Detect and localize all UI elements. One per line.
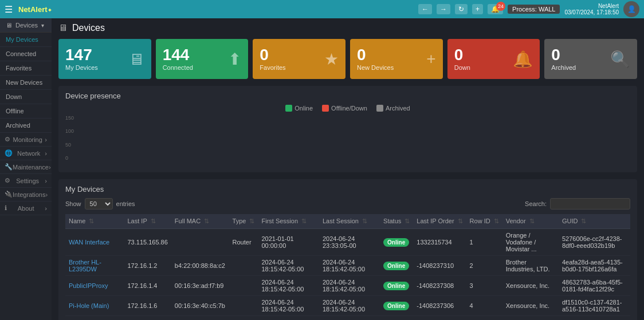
devices-section-header[interactable]: 🖥 Devices ▾ (0, 18, 52, 33)
table-cell: -1408237306 (413, 296, 466, 316)
chart-section: Device presence Online Offline/Down Arch… (58, 86, 637, 172)
col-row-id[interactable]: Row ID ⇅ (466, 214, 502, 229)
table-cell: 2024-06-24 18:15:42-05:00 (258, 296, 319, 316)
my-devices-icon: 🖥 (128, 50, 144, 69)
refresh-button[interactable]: ↻ (455, 4, 468, 14)
sidebar-item-connected[interactable]: Connected (0, 47, 52, 61)
sidebar-group-monitoring[interactable]: ⚙ Monitoring › (0, 133, 52, 147)
page-title: Devices (72, 23, 105, 33)
sidebar-group-monitoring-label: Monitoring (13, 136, 42, 143)
table-cell: 9bc1ede-2547-4a6a-8532-fe18da70f8f5 (559, 316, 630, 321)
favorites-icon: ★ (324, 50, 339, 69)
sidebar-group-integrations[interactable]: 🔌 Integrations › (0, 188, 52, 202)
table-cell: Router (229, 229, 258, 256)
archived-label: Archived (551, 64, 576, 71)
sidebar-item-new-devices[interactable]: New Devices (0, 76, 52, 90)
sort-name-icon: ⇅ (89, 218, 94, 224)
chevron-right-icon-4: › (45, 177, 47, 184)
col-status[interactable]: Status ⇅ (380, 214, 413, 229)
col-last-session[interactable]: Last Session ⇅ (319, 214, 380, 229)
favorites-label: Favorites (260, 64, 285, 71)
stat-card-favorites[interactable]: 0 Favorites ★ (253, 39, 345, 79)
hamburger-icon[interactable]: ☰ (5, 4, 13, 15)
favorites-count: 0 (260, 47, 285, 63)
chevron-right-icon-6: › (45, 205, 47, 212)
sidebar-group-about-label: About (18, 205, 34, 212)
avatar[interactable]: 👤 (623, 1, 639, 17)
col-name[interactable]: Name ⇅ (65, 214, 124, 229)
table-cell: 1332315734 (413, 229, 466, 256)
stat-card-my-devices[interactable]: 147 My Devices 🖥 (58, 39, 151, 79)
sort-vendor-icon: ⇅ (529, 218, 535, 224)
table-header: Name ⇅ Last IP ⇅ Full MAC ⇅ Type ⇅ First… (65, 214, 630, 229)
legend-archived-dot (376, 105, 383, 112)
table-cell: 00:16:3e:ad:f7:b9 (171, 276, 229, 296)
col-vendor[interactable]: Vendor ⇅ (502, 214, 559, 229)
status-cell[interactable]: Online (380, 229, 413, 256)
status-cell[interactable]: Online (380, 296, 413, 316)
table-cell: 5 (466, 316, 502, 321)
sidebar-item-my-devices[interactable]: My Devices (0, 33, 52, 47)
table-cell: -1408237308 (413, 276, 466, 296)
main-content: 🖥 Devices 147 My Devices 🖥 144 Connected… (52, 18, 644, 320)
show-label: Show (65, 200, 81, 207)
forward-button[interactable]: → (437, 4, 450, 14)
status-cell[interactable]: Online (380, 316, 413, 321)
sort-ls-icon: ⇅ (362, 218, 367, 224)
my-devices-count: 147 (65, 47, 98, 63)
device-name-link[interactable]: PublicIPProxy (65, 276, 124, 296)
entries-select[interactable]: 50 25 100 (85, 198, 113, 210)
status-cell[interactable]: Online (380, 256, 413, 276)
status-cell[interactable]: Online (380, 276, 413, 296)
sidebar-item-offline[interactable]: Offline (0, 104, 52, 118)
device-name-link[interactable]: catt-server (65, 316, 124, 321)
process-label: Process: WALL (508, 5, 560, 14)
sidebar-item-favorites[interactable]: Favorites (0, 61, 52, 76)
search-input[interactable] (550, 198, 630, 210)
col-guid[interactable]: GUID ⇅ (559, 214, 630, 229)
table-cell: 1 (466, 229, 502, 256)
table-cell: 172.16.1.9 (124, 316, 171, 321)
add-button[interactable]: + (472, 4, 483, 14)
sidebar-group-settings[interactable]: ⚙ Settings › (0, 174, 52, 188)
devices-page-icon: 🖥 (58, 23, 68, 33)
col-first-session[interactable]: First Session ⇅ (258, 214, 319, 229)
stat-card-down[interactable]: 0 Down 🔔 (447, 39, 540, 79)
sort-type-icon: ⇅ (249, 218, 254, 224)
entries-label: entries (116, 200, 135, 207)
page-title-row: 🖥 Devices (58, 23, 637, 33)
table-cell: b4:22:00:88:8a:c2 (171, 256, 229, 276)
stat-card-new-devices[interactable]: 0 New Devices + (350, 39, 443, 79)
stat-card-archived[interactable]: 0 Archived 🔍 (544, 39, 637, 79)
table-cell: Xensource, Inc. (502, 296, 559, 316)
device-name-link[interactable]: WAN Interface (65, 229, 124, 256)
legend-online: Online (285, 105, 313, 112)
chart-title: Device presence (65, 92, 630, 100)
topbar-right: ← → ↻ + 🔔 24 Process: WALL NetAlert 03/0… (418, 1, 639, 17)
sidebar-item-archived[interactable]: Archived (0, 118, 52, 133)
down-count: 0 (454, 47, 470, 63)
col-last-ip-order[interactable]: Last IP Order ⇅ (413, 214, 466, 229)
back-button[interactable]: ← (418, 4, 432, 14)
archived-count: 0 (551, 47, 576, 63)
device-name-link[interactable]: Brother HL-L2395DW (65, 256, 124, 276)
my-devices-label: My Devices (65, 64, 98, 71)
legend-online-label: Online (294, 105, 313, 112)
table-cell (229, 256, 258, 276)
table-cell: 2 (466, 256, 502, 276)
chevron-down-icon: ▾ (41, 22, 44, 29)
col-last-ip[interactable]: Last IP ⇅ (124, 214, 171, 229)
table-cell: 48632783-a6ba-45f5-0181-fd4fac12f29c (559, 276, 630, 296)
chevron-right-icon-3: › (49, 164, 51, 171)
chart-legend: Online Offline/Down Archived (65, 105, 630, 112)
sidebar-item-down[interactable]: Down (0, 90, 52, 104)
sidebar-group-network[interactable]: 🌐 Network › (0, 147, 52, 160)
col-full-mac[interactable]: Full MAC ⇅ (171, 214, 229, 229)
chevron-right-icon-2: › (45, 150, 47, 157)
device-name-link[interactable]: Pi-Hole (Main) (65, 296, 124, 316)
datetime: 03/07/2024, 17:18:50 (564, 9, 619, 15)
sidebar-group-about[interactable]: ℹ About › (0, 202, 52, 215)
sidebar-group-maintenance[interactable]: 🔧 Maintenance › (0, 160, 52, 174)
stat-card-connected[interactable]: 144 Connected ⬆ (156, 39, 249, 79)
col-type[interactable]: Type ⇅ (229, 214, 258, 229)
